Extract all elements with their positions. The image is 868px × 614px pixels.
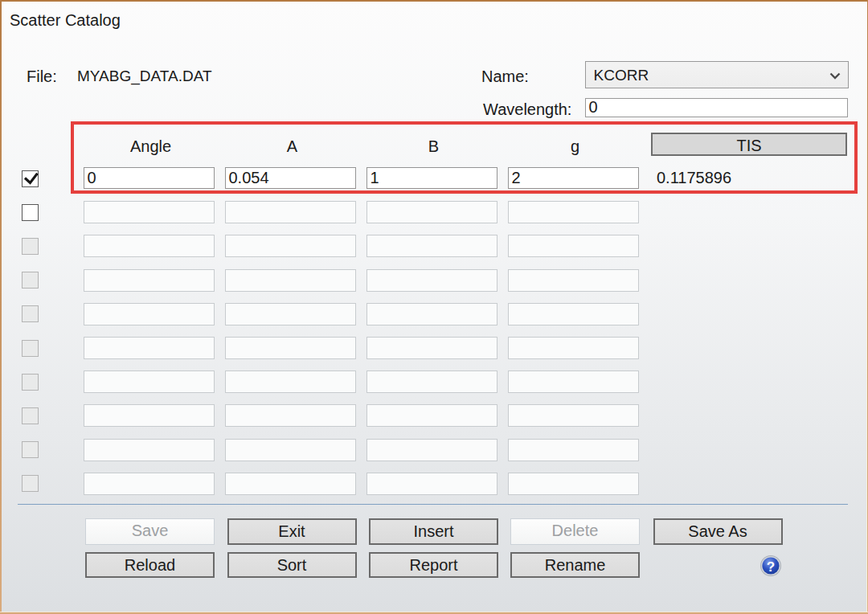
svg-text:?: ? (767, 559, 775, 575)
